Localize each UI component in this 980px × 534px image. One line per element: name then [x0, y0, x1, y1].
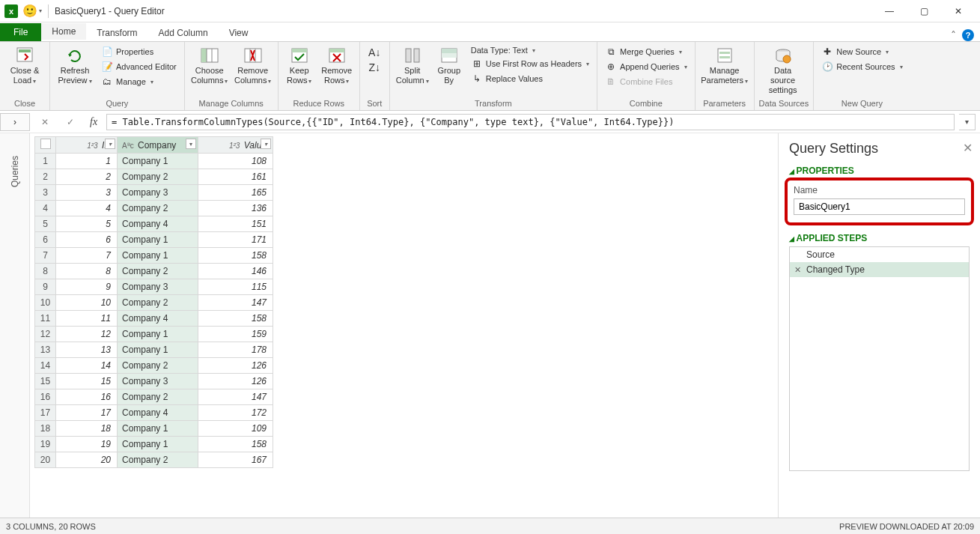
properties-button[interactable]: 📄Properties — [98, 45, 180, 58]
table-row[interactable]: 88Company 2146 — [35, 264, 273, 279]
name-label: Name — [794, 185, 965, 195]
formula-bar: › ✕ ✓ fx ▾ — [0, 111, 980, 133]
table-row[interactable]: 1313Company 1178 — [35, 342, 273, 358]
replace-values-button[interactable]: ↳Replace Values — [468, 72, 592, 85]
group-reduce-rows-label: Reduce Rows — [283, 98, 355, 109]
table-row[interactable]: 44Company 2136 — [35, 201, 273, 216]
refresh-preview-button[interactable]: RefreshPreview — [55, 43, 95, 88]
group-manage-columns-label: Manage Columns — [189, 98, 273, 109]
table-row[interactable]: 2020Company 2167 — [35, 452, 273, 468]
svg-rect-20 — [719, 56, 730, 58]
filter-icon[interactable]: ▾ — [261, 139, 271, 149]
group-sort-label: Sort — [365, 98, 385, 109]
group-by-button[interactable]: GroupBy — [433, 43, 465, 87]
data-grid[interactable]: 1²3 ID▾ Aᴮc Company▾ 1²3 Value▾ 11Compan… — [30, 133, 778, 518]
table-row[interactable]: 1616Company 2147 — [35, 389, 273, 405]
formula-input[interactable] — [106, 114, 955, 130]
window-title: BasicQuery1 - Query Editor — [55, 6, 165, 16]
remove-rows-button[interactable]: RemoveRows — [319, 43, 355, 88]
settings-title: Query Settings — [789, 141, 970, 157]
table-row[interactable]: 77Company 1158 — [35, 248, 273, 264]
svg-rect-1 — [19, 49, 31, 52]
group-close-label: Close — [4, 98, 45, 109]
filter-icon[interactable]: ▾ — [186, 139, 196, 149]
column-header-id[interactable]: 1²3 ID▾ — [56, 137, 118, 154]
table-row[interactable]: 1212Company 1159 — [35, 327, 273, 342]
table-row[interactable]: 66Company 1171 — [35, 232, 273, 248]
tab-transform[interactable]: Transform — [86, 25, 147, 41]
close-settings-icon[interactable]: ✕ — [963, 141, 973, 155]
data-type-button[interactable]: Data Type: Text — [468, 45, 592, 55]
delete-step-icon[interactable]: ✕ — [794, 265, 801, 275]
filter-icon[interactable]: ▾ — [105, 139, 115, 149]
split-column-button[interactable]: SplitColumn — [395, 43, 430, 88]
merge-queries-button[interactable]: ⧉Merge Queries — [602, 45, 690, 58]
status-bar: 3 COLUMNS, 20 ROWS PREVIEW DOWNLOADED AT… — [0, 518, 980, 534]
table-corner-icon[interactable] — [40, 139, 51, 149]
combine-files-button: 🗎Combine Files — [602, 75, 690, 88]
group-data-sources-label: Data Sources — [759, 98, 809, 109]
group-parameters-label: Parameters — [700, 98, 749, 109]
table-row[interactable]: 11Company 1108 — [35, 154, 273, 169]
keep-rows-button[interactable]: KeepRows — [283, 43, 316, 88]
column-header-value[interactable]: 1²3 Value▾ — [198, 137, 273, 154]
table-row[interactable]: 1919Company 1158 — [35, 437, 273, 452]
maximize-button[interactable]: ▢ — [907, 0, 941, 22]
append-queries-button[interactable]: ⊕Append Queries — [602, 60, 690, 73]
table-row[interactable]: 1414Company 2126 — [35, 358, 273, 374]
step-changed-type[interactable]: ✕Changed Type — [790, 262, 969, 277]
table-row[interactable]: 33Company 3165 — [35, 185, 273, 201]
table-row[interactable]: 1515Company 3126 — [35, 374, 273, 389]
new-source-button[interactable]: ✚New Source — [818, 45, 905, 58]
sort-asc-icon[interactable]: A↓ — [368, 46, 380, 58]
query-name-input[interactable] — [794, 198, 965, 215]
table-row[interactable]: 55Company 4151 — [35, 216, 273, 232]
data-source-settings-button[interactable]: Data sourcesettings — [759, 43, 807, 97]
first-row-headers-button[interactable]: ⊞Use First Row as Headers — [468, 57, 592, 70]
formula-dropdown[interactable]: ▾ — [959, 114, 976, 130]
svg-rect-19 — [719, 52, 730, 54]
applied-steps-header[interactable]: APPLIED STEPS — [789, 233, 970, 243]
svg-rect-14 — [414, 49, 419, 62]
fx-icon[interactable]: fx — [85, 116, 102, 128]
minimize-button[interactable]: — — [872, 0, 907, 22]
status-right: PREVIEW DOWNLOADED AT 20:09 — [839, 522, 974, 531]
column-header-company[interactable]: Aᴮc Company▾ — [118, 137, 198, 154]
tab-view[interactable]: View — [219, 25, 259, 41]
close-and-load-button[interactable]: Close &Load — [4, 43, 45, 88]
properties-header[interactable]: PROPERTIES — [789, 166, 970, 176]
help-icon[interactable]: ? — [962, 29, 974, 41]
qat-dropdown[interactable]: ▾ — [39, 7, 42, 14]
cancel-formula-icon[interactable]: ✕ — [34, 114, 55, 130]
advanced-editor-button[interactable]: 📝Advanced Editor — [98, 60, 180, 73]
smiley-icon[interactable]: 🙂 — [22, 4, 37, 18]
svg-rect-13 — [406, 49, 411, 62]
table-row[interactable]: 99Company 3115 — [35, 279, 273, 295]
group-combine-label: Combine — [602, 98, 690, 109]
tab-file[interactable]: File — [0, 23, 41, 41]
group-transform-label: Transform — [395, 98, 592, 109]
title-bar: x 🙂 ▾ BasicQuery1 - Query Editor — ▢ ✕ — [0, 0, 980, 22]
table-row[interactable]: 1111Company 4158 — [35, 311, 273, 327]
svg-rect-17 — [442, 53, 457, 58]
table-row[interactable]: 1010Company 2147 — [35, 295, 273, 311]
commit-formula-icon[interactable]: ✓ — [60, 114, 81, 130]
group-new-query-label: New Query — [818, 98, 905, 109]
table-row[interactable]: 22Company 2161 — [35, 169, 273, 185]
queries-side-tab[interactable]: Queries — [0, 133, 30, 518]
choose-columns-button[interactable]: ChooseColumns — [189, 43, 230, 88]
sort-desc-icon[interactable]: Z↓ — [368, 61, 380, 73]
query-settings-pane: ✕ Query Settings PROPERTIES Name APPLIED… — [778, 133, 980, 518]
remove-columns-button[interactable]: RemoveColumns — [233, 43, 273, 88]
tab-home[interactable]: Home — [41, 23, 86, 41]
tab-add-column[interactable]: Add Column — [148, 25, 219, 41]
step-source[interactable]: Source — [790, 247, 969, 262]
collapse-ribbon-icon[interactable]: ˄ — [951, 29, 956, 41]
recent-sources-button[interactable]: 🕑Recent Sources — [818, 60, 905, 73]
queries-expand-toggle[interactable]: › — [0, 113, 30, 131]
table-row[interactable]: 1717Company 4172 — [35, 405, 273, 421]
close-window-button[interactable]: ✕ — [941, 0, 976, 22]
manage-button[interactable]: 🗂Manage — [98, 75, 180, 88]
table-row[interactable]: 1818Company 1109 — [35, 421, 273, 437]
manage-parameters-button[interactable]: ManageParameters — [700, 43, 749, 88]
